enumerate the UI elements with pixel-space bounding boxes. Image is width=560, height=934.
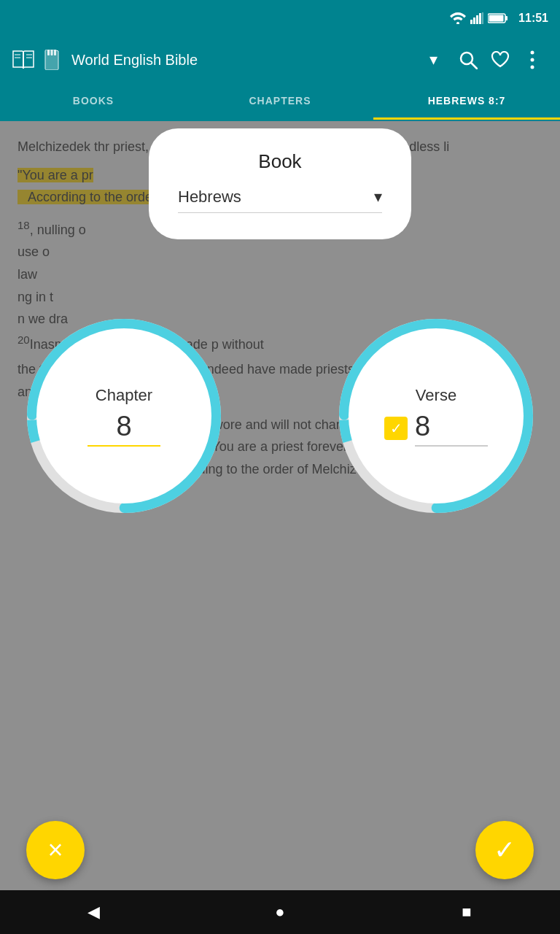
svg-rect-16 [54, 50, 56, 55]
verse-value[interactable]: 8 [415, 411, 488, 447]
battery-icon [488, 13, 508, 23]
cancel-button[interactable]: × [26, 821, 85, 879]
check-icon: ✓ [494, 835, 516, 865]
svg-point-21 [531, 66, 534, 69]
signal-icon [470, 12, 483, 24]
svg-rect-14 [47, 50, 50, 55]
confirm-button[interactable]: ✓ [475, 821, 534, 879]
more-options-button[interactable] [516, 44, 548, 76]
svg-rect-1 [470, 20, 472, 24]
home-button[interactable]: ● [262, 894, 298, 930]
svg-rect-8 [489, 15, 504, 22]
chapter-wheel[interactable]: Chapter 8 [22, 314, 226, 518]
chapter-label: Chapter [96, 386, 152, 405]
selected-book: Hebrews [178, 188, 241, 207]
dropdown-icon[interactable]: ▾ [429, 50, 438, 69]
verse-wheel-inner: Verse ✓ 8 [349, 328, 524, 503]
favorite-button[interactable] [484, 44, 516, 76]
clock: 11:51 [518, 12, 548, 25]
tab-bar: BOOKS CHAPTERS HEBREWS 8:7 [0, 83, 560, 121]
status-icons: 11:51 [450, 12, 548, 25]
x-icon: × [47, 835, 63, 865]
verse-label: Verse [416, 386, 456, 405]
tab-books[interactable]: BOOKS [0, 83, 187, 120]
bottom-nav: ◀ ● ■ [0, 890, 560, 934]
svg-rect-4 [479, 13, 481, 24]
verse-checkbox[interactable]: ✓ [384, 417, 408, 440]
recents-button[interactable]: ■ [448, 894, 485, 930]
sd-icon [44, 50, 60, 70]
svg-line-18 [471, 63, 477, 69]
status-bar: 11:51 [0, 0, 560, 36]
chapter-value[interactable]: 8 [88, 411, 160, 447]
svg-rect-5 [482, 12, 483, 24]
back-button[interactable]: ◀ [75, 894, 112, 930]
svg-rect-2 [473, 18, 475, 24]
svg-rect-3 [476, 15, 478, 24]
tab-hebrews[interactable]: HEBREWS 8:7 [373, 83, 560, 120]
dialog-title: Book [178, 150, 382, 173]
book-dialog: Book Hebrews ▾ [149, 128, 411, 239]
tab-chapters[interactable]: CHAPTERS [187, 83, 373, 120]
svg-point-20 [531, 58, 534, 62]
app-bar: World English Bible ▾ [0, 36, 560, 83]
book-icon [12, 50, 35, 70]
book-dropdown[interactable]: Hebrews ▾ [178, 188, 382, 213]
wifi-icon [450, 12, 466, 24]
svg-point-19 [531, 51, 534, 55]
app-title: World English Bible [71, 52, 429, 69]
chapter-wheel-inner: Chapter 8 [36, 328, 211, 503]
search-button[interactable] [452, 44, 484, 76]
svg-point-0 [456, 22, 459, 24]
svg-rect-15 [51, 50, 53, 55]
verse-wheel[interactable]: Verse ✓ 8 [334, 314, 538, 518]
svg-rect-7 [505, 16, 508, 20]
dropdown-arrow-icon: ▾ [374, 188, 382, 207]
